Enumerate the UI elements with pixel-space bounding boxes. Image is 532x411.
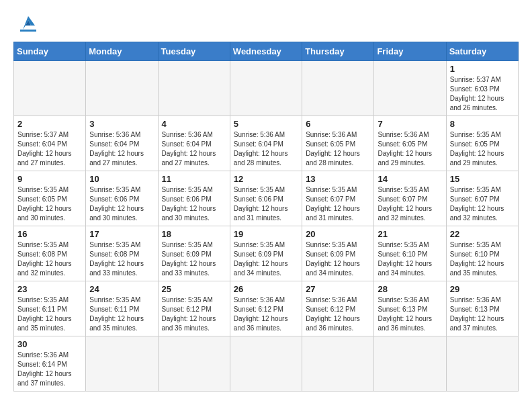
weekday-wednesday: Wednesday bbox=[230, 42, 302, 61]
day-info: Sunrise: 5:37 AM Sunset: 6:04 PM Dayligh… bbox=[17, 130, 82, 168]
page: SundayMondayTuesdayWednesdayThursdayFrid… bbox=[0, 0, 532, 405]
day-cell bbox=[302, 336, 374, 392]
day-number: 21 bbox=[378, 229, 442, 239]
day-number: 18 bbox=[162, 229, 226, 239]
day-cell bbox=[158, 336, 230, 392]
day-cell: 15Sunrise: 5:35 AM Sunset: 6:07 PM Dayli… bbox=[446, 171, 518, 226]
day-cell bbox=[374, 336, 446, 392]
day-cell: 1Sunrise: 5:37 AM Sunset: 6:03 PM Daylig… bbox=[446, 61, 518, 116]
day-number: 10 bbox=[89, 174, 154, 184]
day-cell bbox=[158, 61, 230, 116]
day-info: Sunrise: 5:36 AM Sunset: 6:14 PM Dayligh… bbox=[17, 351, 82, 388]
day-cell: 11Sunrise: 5:35 AM Sunset: 6:06 PM Dayli… bbox=[158, 171, 230, 226]
day-number: 1 bbox=[450, 64, 515, 74]
weekday-tuesday: Tuesday bbox=[158, 42, 230, 61]
day-cell bbox=[446, 336, 518, 392]
day-number: 28 bbox=[378, 284, 442, 294]
day-number: 13 bbox=[306, 174, 370, 184]
header bbox=[13, 11, 519, 35]
day-info: Sunrise: 5:35 AM Sunset: 6:05 PM Dayligh… bbox=[450, 130, 515, 168]
day-info: Sunrise: 5:35 AM Sunset: 6:06 PM Dayligh… bbox=[162, 185, 226, 223]
weekday-sunday: Sunday bbox=[14, 42, 86, 61]
day-info: Sunrise: 5:35 AM Sunset: 6:10 PM Dayligh… bbox=[378, 240, 442, 278]
day-info: Sunrise: 5:36 AM Sunset: 6:04 PM Dayligh… bbox=[89, 130, 154, 168]
day-info: Sunrise: 5:36 AM Sunset: 6:13 PM Dayligh… bbox=[450, 295, 515, 333]
day-cell: 25Sunrise: 5:35 AM Sunset: 6:12 PM Dayli… bbox=[158, 281, 230, 336]
week-row-1: 2Sunrise: 5:37 AM Sunset: 6:04 PM Daylig… bbox=[14, 116, 519, 171]
day-cell: 21Sunrise: 5:35 AM Sunset: 6:10 PM Dayli… bbox=[374, 226, 446, 281]
day-info: Sunrise: 5:36 AM Sunset: 6:05 PM Dayligh… bbox=[306, 130, 370, 168]
day-number: 7 bbox=[378, 119, 442, 129]
day-number: 9 bbox=[17, 174, 82, 184]
day-cell bbox=[14, 61, 86, 116]
week-row-5: 30Sunrise: 5:36 AM Sunset: 6:14 PM Dayli… bbox=[14, 336, 519, 392]
day-cell: 8Sunrise: 5:35 AM Sunset: 6:05 PM Daylig… bbox=[446, 116, 518, 171]
day-info: Sunrise: 5:35 AM Sunset: 6:07 PM Dayligh… bbox=[306, 185, 370, 223]
day-cell: 27Sunrise: 5:36 AM Sunset: 6:12 PM Dayli… bbox=[302, 281, 374, 336]
day-number: 15 bbox=[450, 174, 515, 184]
day-number: 30 bbox=[17, 339, 82, 349]
day-number: 3 bbox=[89, 119, 154, 129]
week-row-2: 9Sunrise: 5:35 AM Sunset: 6:05 PM Daylig… bbox=[14, 171, 519, 226]
day-cell: 3Sunrise: 5:36 AM Sunset: 6:04 PM Daylig… bbox=[86, 116, 158, 171]
day-cell: 4Sunrise: 5:36 AM Sunset: 6:04 PM Daylig… bbox=[158, 116, 230, 171]
day-cell bbox=[230, 61, 302, 116]
logo bbox=[13, 11, 40, 35]
day-cell: 29Sunrise: 5:36 AM Sunset: 6:13 PM Dayli… bbox=[446, 281, 518, 336]
day-info: Sunrise: 5:35 AM Sunset: 6:09 PM Dayligh… bbox=[306, 240, 370, 278]
day-cell: 24Sunrise: 5:35 AM Sunset: 6:11 PM Dayli… bbox=[86, 281, 158, 336]
day-number: 4 bbox=[162, 119, 226, 129]
day-cell: 14Sunrise: 5:35 AM Sunset: 6:07 PM Dayli… bbox=[374, 171, 446, 226]
day-cell: 13Sunrise: 5:35 AM Sunset: 6:07 PM Dayli… bbox=[302, 171, 374, 226]
weekday-saturday: Saturday bbox=[446, 42, 518, 61]
day-info: Sunrise: 5:37 AM Sunset: 6:03 PM Dayligh… bbox=[450, 75, 515, 113]
week-row-3: 16Sunrise: 5:35 AM Sunset: 6:08 PM Dayli… bbox=[14, 226, 519, 281]
day-cell: 30Sunrise: 5:36 AM Sunset: 6:14 PM Dayli… bbox=[14, 336, 86, 392]
svg-rect-2 bbox=[20, 30, 36, 32]
day-number: 5 bbox=[234, 119, 298, 129]
day-info: Sunrise: 5:36 AM Sunset: 6:12 PM Dayligh… bbox=[234, 295, 298, 333]
day-cell: 28Sunrise: 5:36 AM Sunset: 6:13 PM Dayli… bbox=[374, 281, 446, 336]
day-number: 12 bbox=[234, 174, 298, 184]
day-cell: 17Sunrise: 5:35 AM Sunset: 6:08 PM Dayli… bbox=[86, 226, 158, 281]
day-cell: 18Sunrise: 5:35 AM Sunset: 6:09 PM Dayli… bbox=[158, 226, 230, 281]
day-number: 26 bbox=[234, 284, 298, 294]
day-number: 17 bbox=[89, 229, 154, 239]
day-info: Sunrise: 5:35 AM Sunset: 6:07 PM Dayligh… bbox=[378, 185, 442, 223]
day-info: Sunrise: 5:35 AM Sunset: 6:11 PM Dayligh… bbox=[89, 295, 154, 333]
day-info: Sunrise: 5:35 AM Sunset: 6:07 PM Dayligh… bbox=[450, 185, 515, 223]
day-info: Sunrise: 5:36 AM Sunset: 6:05 PM Dayligh… bbox=[378, 130, 442, 168]
day-info: Sunrise: 5:35 AM Sunset: 6:05 PM Dayligh… bbox=[17, 185, 82, 223]
day-cell: 6Sunrise: 5:36 AM Sunset: 6:05 PM Daylig… bbox=[302, 116, 374, 171]
day-info: Sunrise: 5:35 AM Sunset: 6:08 PM Dayligh… bbox=[17, 240, 82, 278]
day-info: Sunrise: 5:35 AM Sunset: 6:10 PM Dayligh… bbox=[450, 240, 515, 278]
day-info: Sunrise: 5:35 AM Sunset: 6:06 PM Dayligh… bbox=[234, 185, 298, 223]
day-cell bbox=[374, 61, 446, 116]
day-cell: 7Sunrise: 5:36 AM Sunset: 6:05 PM Daylig… bbox=[374, 116, 446, 171]
day-number: 19 bbox=[234, 229, 298, 239]
day-number: 16 bbox=[17, 229, 82, 239]
day-cell bbox=[230, 336, 302, 392]
day-number: 24 bbox=[89, 284, 154, 294]
day-number: 23 bbox=[17, 284, 82, 294]
day-info: Sunrise: 5:35 AM Sunset: 6:09 PM Dayligh… bbox=[234, 240, 298, 278]
day-cell: 10Sunrise: 5:35 AM Sunset: 6:06 PM Dayli… bbox=[86, 171, 158, 226]
day-info: Sunrise: 5:35 AM Sunset: 6:09 PM Dayligh… bbox=[162, 240, 226, 278]
day-info: Sunrise: 5:36 AM Sunset: 6:13 PM Dayligh… bbox=[378, 295, 442, 333]
day-cell: 9Sunrise: 5:35 AM Sunset: 6:05 PM Daylig… bbox=[14, 171, 86, 226]
weekday-friday: Friday bbox=[374, 42, 446, 61]
day-number: 22 bbox=[450, 229, 515, 239]
day-info: Sunrise: 5:35 AM Sunset: 6:06 PM Dayligh… bbox=[89, 185, 154, 223]
day-info: Sunrise: 5:36 AM Sunset: 6:04 PM Dayligh… bbox=[162, 130, 226, 168]
day-info: Sunrise: 5:36 AM Sunset: 6:12 PM Dayligh… bbox=[306, 295, 370, 333]
calendar-table: SundayMondayTuesdayWednesdayThursdayFrid… bbox=[13, 42, 519, 392]
day-number: 8 bbox=[450, 119, 515, 129]
day-number: 14 bbox=[378, 174, 442, 184]
day-number: 20 bbox=[306, 229, 370, 239]
week-row-4: 23Sunrise: 5:35 AM Sunset: 6:11 PM Dayli… bbox=[14, 281, 519, 336]
week-row-0: 1Sunrise: 5:37 AM Sunset: 6:03 PM Daylig… bbox=[14, 61, 519, 116]
day-number: 25 bbox=[162, 284, 226, 294]
day-cell: 16Sunrise: 5:35 AM Sunset: 6:08 PM Dayli… bbox=[14, 226, 86, 281]
weekday-thursday: Thursday bbox=[302, 42, 374, 61]
day-number: 29 bbox=[450, 284, 515, 294]
